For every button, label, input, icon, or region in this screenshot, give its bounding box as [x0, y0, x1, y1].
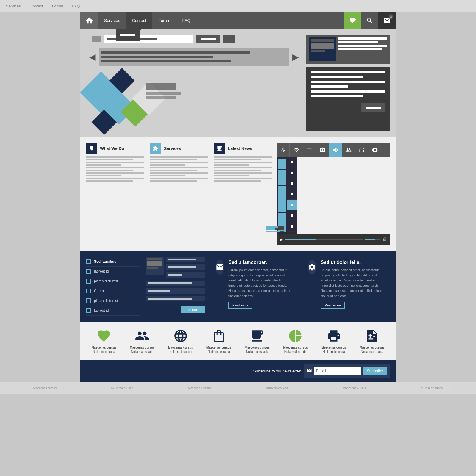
media-btn-camera[interactable] [316, 143, 329, 157]
form-submit-area: Submit [146, 304, 205, 313]
fi-line [147, 258, 162, 260]
document-icon [365, 328, 380, 343]
col-what-we-do: What We Do [86, 143, 144, 183]
bg-bottom-item: Nulla malesuada [421, 386, 443, 390]
icon-grid-item-4[interactable]: Maecenas cursus Nulla malesuada [203, 328, 235, 354]
volume-icon-ctrl[interactable]: 🔊 [382, 237, 387, 242]
panel-action-btn[interactable] [361, 103, 385, 112]
email-read-more[interactable]: Read more [228, 302, 252, 309]
form-row-4 [146, 281, 205, 286]
icon-grid-item-6[interactable]: Maecenas cursus Nulla malesuada [279, 328, 312, 354]
checkbox-1[interactable] [86, 259, 91, 264]
icon-grid-item-1[interactable]: Maecenas cursus Nulla malesuada [87, 328, 120, 354]
home-button[interactable] [80, 12, 98, 29]
search-icon [366, 17, 373, 24]
checkbox-3[interactable] [86, 279, 91, 284]
search-button[interactable] [361, 12, 378, 29]
checkbox-4[interactable] [86, 289, 91, 293]
side-item-6 [287, 210, 298, 221]
disk-icon [372, 147, 378, 153]
newsletter-subscribe-btn[interactable]: Subscribe [363, 367, 387, 375]
dropdown-item[interactable] [116, 32, 140, 39]
panel-text-line-3 [311, 81, 385, 83]
nav-link-forum[interactable]: Forum [152, 12, 176, 29]
media-btn-headphones[interactable] [355, 143, 368, 157]
puzzle-icon [153, 145, 159, 151]
panel-text-line [338, 41, 378, 43]
bar-3 [278, 186, 286, 212]
list-item-3[interactable]: platea dictumst [86, 276, 140, 286]
nav-link-faq[interactable]: FAQ [176, 12, 196, 29]
col3-text-7 [214, 172, 272, 174]
bg-bottom-row: Maecenas cursus Nulla malesuada Maecenas… [0, 382, 476, 394]
icon-grid-item-7[interactable]: Maecenas cursus Nulla malesuada [317, 328, 350, 354]
icon-grid-item-8[interactable]: Maecenas cursus Nulla malesuada [356, 328, 389, 354]
panel-img-content [309, 37, 336, 54]
form-row-6 [146, 296, 205, 301]
panel-img-line [311, 50, 325, 52]
col-text-2 [86, 159, 133, 160]
col2-text-10 [150, 180, 197, 182]
form-img-inner [146, 257, 164, 270]
media-btn-volume[interactable] [329, 143, 342, 157]
heart-button[interactable] [344, 12, 361, 29]
col-icon-3 [214, 143, 225, 154]
list-item-2[interactable]: laoreet id [86, 267, 140, 276]
bar-2 [278, 170, 286, 185]
media-btn-disk[interactable] [368, 143, 381, 157]
newsletter-email-input[interactable] [314, 367, 361, 375]
panel-image [309, 37, 336, 61]
checkbox-6[interactable] [86, 308, 91, 313]
camera-icon [320, 147, 325, 153]
form-row-inner [148, 290, 170, 292]
tools-read-more[interactable]: Read more [321, 302, 345, 309]
col-text-6 [86, 170, 133, 171]
carousel-line [101, 51, 250, 54]
media-btn-mic[interactable] [277, 143, 290, 157]
form-text [166, 257, 205, 278]
icon-grid-item-2[interactable]: Maecenas cursus Nulla malesuada [126, 328, 159, 354]
col3-text-8 [214, 175, 249, 176]
diamonds-area [86, 72, 164, 131]
mail-button[interactable]: 3 [378, 12, 396, 29]
list-item-5[interactable]: platea dictumst [86, 296, 140, 306]
panel-img-line [311, 39, 334, 42]
media-btn-people[interactable] [342, 143, 355, 157]
icon-grid-item-3[interactable]: Maecenas cursus Nulla malesuada [164, 328, 197, 354]
form-submit-btn[interactable]: Submit [181, 306, 205, 313]
volume-bar[interactable] [365, 239, 380, 240]
carousel-prev[interactable]: ◀ [89, 52, 96, 62]
nav-link-services[interactable]: Services [98, 12, 126, 29]
email-info-inner: Sed ullamcorper. Lorem ipsum dolor sit a… [216, 260, 293, 309]
video-player[interactable] [277, 157, 298, 234]
col-text-9 [86, 178, 144, 179]
list-item-4[interactable]: Curabitur [86, 286, 140, 296]
side-dot [291, 214, 293, 217]
list-item-6[interactable]: laoreet id [86, 306, 140, 316]
icon-grid-item-5[interactable]: Maecenas cursus Nulla malesuada [241, 328, 273, 354]
printer-icon [326, 328, 341, 343]
media-btn-wifi[interactable] [290, 143, 303, 157]
search-icon-mock [92, 36, 101, 42]
col3-text-10 [214, 180, 261, 182]
nav-link-contact[interactable]: Contact [126, 12, 152, 29]
list-item-1[interactable]: Sed faucibus [86, 257, 140, 267]
media-btn-list[interactable] [303, 143, 316, 157]
icon-bag [211, 328, 227, 344]
checkbox-2[interactable] [86, 269, 91, 274]
play-button[interactable]: ▶ [280, 237, 283, 242]
search-submit-btn[interactable] [196, 35, 220, 43]
progress-bar[interactable] [285, 239, 363, 240]
panel-text-line-4 [311, 85, 348, 88]
icon-grid: Maecenas cursus Nulla malesuada Maecenas… [86, 328, 390, 354]
side-item-3 [287, 178, 298, 189]
bg-nav-item: Services [6, 4, 21, 8]
bg-bottom-item: Maecenas cursus [33, 386, 57, 390]
panel-text-line-2 [311, 76, 363, 78]
dark-form: Submit [146, 257, 205, 316]
mic-icon [280, 147, 286, 153]
form-row-1 [166, 257, 205, 262]
checkbox-5[interactable] [86, 298, 91, 303]
carousel-next[interactable]: ▶ [292, 52, 299, 62]
col2-text-2 [150, 159, 197, 160]
